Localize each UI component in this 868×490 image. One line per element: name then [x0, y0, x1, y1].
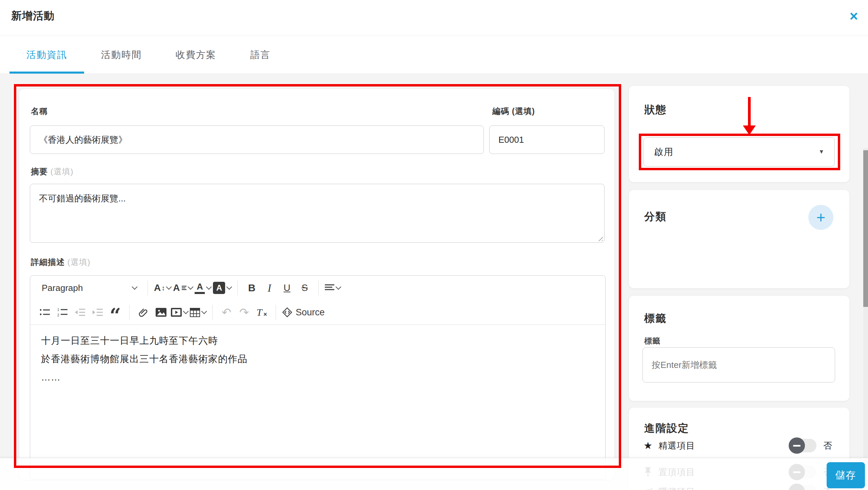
status-card: 狀態 啟用 ▼	[629, 86, 849, 182]
tab-bar: 活動資訊 活動時間 收費方案 語言	[0, 36, 868, 74]
code-input[interactable]	[489, 125, 605, 154]
increase-indent-button[interactable]	[90, 303, 105, 321]
tab-activity-time[interactable]: 活動時間	[84, 36, 159, 74]
redo-button[interactable]: ↷	[236, 303, 252, 321]
name-input[interactable]	[30, 125, 484, 154]
modal-body: 名稱 編碼 (選填) 摘要 (選填) 不可錯過的藝術展覽... 詳細描述 (選填…	[0, 74, 868, 490]
description-label: 詳細描述 (選填)	[31, 257, 91, 268]
background-color-dropdown[interactable]: A	[213, 279, 231, 297]
font-size-dropdown[interactable]: A↕	[154, 279, 171, 297]
tags-field-label: 標籤	[644, 336, 660, 346]
status-dropdown[interactable]: 啟用 ▼	[644, 137, 835, 166]
toggle-knob-icon	[789, 437, 805, 454]
modal-header: 新增活動 ×	[0, 0, 868, 36]
tab-activity-info[interactable]: 活動資訊	[9, 36, 84, 74]
link-button[interactable]	[136, 303, 151, 321]
lines-icon	[182, 285, 186, 291]
scrollbar-thumb[interactable]	[863, 150, 868, 307]
summary-textarea[interactable]: 不可錯過的藝術展覽...	[30, 184, 605, 243]
summary-label: 摘要 (選填)	[31, 166, 74, 177]
rich-text-editor: Paragraph A↕ A A A	[30, 275, 606, 480]
insert-image-button[interactable]	[153, 303, 169, 321]
modal-footer: 儲存	[0, 458, 868, 490]
strikethrough-button[interactable]: S	[297, 279, 312, 297]
text-align-dropdown[interactable]	[325, 279, 340, 297]
featured-toggle[interactable]	[791, 439, 816, 452]
add-category-button[interactable]: +	[808, 205, 833, 230]
featured-item-row: ★ 精選項目 否	[644, 437, 835, 454]
tab-language[interactable]: 語言	[233, 36, 288, 74]
insert-table-dropdown[interactable]	[190, 303, 206, 321]
status-title: 狀態	[644, 103, 667, 117]
blockquote-button[interactable]: “	[107, 307, 123, 325]
chevron-down-icon	[206, 284, 212, 290]
insert-media-dropdown[interactable]	[171, 303, 188, 321]
editor-toolbar-row2: 12 “	[30, 300, 605, 325]
description-optional-hint: (選填)	[67, 257, 91, 267]
category-card: 分類 +	[629, 190, 849, 288]
code-label: 編碼 (選填)	[492, 106, 535, 117]
bold-button[interactable]: B	[244, 279, 259, 297]
undo-button[interactable]: ↶	[219, 303, 234, 321]
editor-toolbar-row1: Paragraph A↕ A A A	[30, 276, 605, 300]
italic-button[interactable]: I	[261, 279, 277, 297]
align-justify-icon	[325, 284, 334, 292]
editor-paragraph: 十月一日至三十一日早上九時至下午六時	[41, 334, 594, 347]
editor-paragraph: ……	[41, 371, 594, 384]
tags-title: 標籤	[644, 311, 667, 326]
editor-content[interactable]: 十月一日至三十一日早上九時至下午六時 於香港藝術博物館展出三十名香港藝術家的作品…	[30, 325, 605, 399]
numbered-list-button[interactable]: 12	[55, 303, 70, 321]
font-color-dropdown[interactable]: A	[195, 279, 211, 297]
status-value: 啟用	[654, 146, 674, 158]
bulleted-list-button[interactable]	[37, 303, 53, 321]
editor-paragraph: 於香港藝術博物館展出三十名香港藝術家的作品	[41, 353, 594, 366]
add-activity-modal: 新增活動 × 活動資訊 活動時間 收費方案 語言 名稱 編碼 (選填) 摘要 (…	[0, 0, 868, 490]
activity-info-card: 名稱 編碼 (選填) 摘要 (選填) 不可錯過的藝術展覽... 詳細描述 (選填…	[19, 89, 614, 480]
chevron-down-icon	[166, 284, 172, 290]
source-label: Source	[296, 307, 325, 318]
featured-state: 否	[823, 440, 835, 452]
resize-handle-icon[interactable]	[597, 235, 603, 241]
page-title: 新增活動	[11, 9, 55, 23]
paragraph-style-dropdown[interactable]: Paragraph	[37, 279, 141, 297]
dropdown-caret-icon: ▼	[818, 149, 824, 155]
chevron-down-icon	[188, 284, 194, 290]
save-button[interactable]: 儲存	[827, 462, 865, 488]
chevron-down-icon	[132, 284, 138, 290]
decrease-indent-button[interactable]	[72, 303, 88, 321]
svg-text:1: 1	[57, 308, 59, 312]
chevron-down-icon	[201, 309, 207, 314]
tags-card: 標籤 標籤	[629, 296, 849, 401]
remove-format-button[interactable]: T×	[254, 303, 270, 321]
chevron-down-icon	[226, 284, 232, 290]
svg-text:2: 2	[57, 313, 59, 317]
font-family-dropdown[interactable]: A	[173, 279, 193, 297]
star-icon: ★	[644, 440, 658, 451]
summary-optional-hint: (選填)	[51, 167, 74, 176]
close-icon[interactable]: ×	[845, 7, 863, 25]
name-label: 名稱	[31, 106, 48, 117]
tab-pricing-plan[interactable]: 收費方案	[159, 36, 233, 74]
source-button[interactable]: Source	[282, 303, 325, 321]
chevron-down-icon	[183, 309, 189, 314]
tag-input[interactable]	[643, 347, 835, 383]
advanced-title: 進階設定	[644, 421, 689, 435]
chevron-down-icon	[336, 284, 341, 290]
featured-item-label: 精選項目	[658, 440, 791, 452]
category-title: 分類	[644, 210, 667, 224]
underline-button[interactable]: U	[279, 279, 295, 297]
